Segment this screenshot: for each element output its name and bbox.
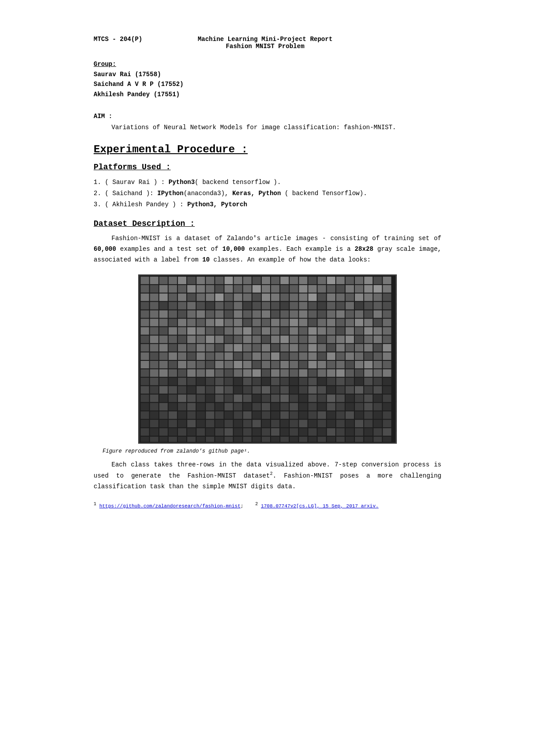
svg-rect-547 (383, 403, 391, 410)
svg-rect-436 (355, 369, 363, 376)
svg-rect-537 (290, 403, 298, 410)
svg-rect-354 (346, 344, 354, 351)
svg-rect-209 (252, 302, 261, 309)
svg-rect-472 (187, 386, 196, 393)
svg-rect-623 (336, 428, 345, 436)
svg-rect-461 (336, 377, 345, 385)
svg-rect-543 (346, 403, 354, 410)
svg-rect-514 (327, 394, 335, 402)
report-title: Machine Learning Mini-Project Report (142, 36, 388, 43)
svg-rect-551 (169, 411, 177, 419)
svg-rect-358 (383, 344, 391, 351)
svg-rect-316 (243, 335, 251, 343)
svg-rect-594 (317, 420, 326, 427)
svg-rect-622 (327, 428, 335, 436)
footnote-1-number: 1 (94, 502, 96, 507)
footnote-1-link[interactable]: https://github.com/zalandoresearch/fashi… (99, 503, 241, 509)
svg-rect-183 (262, 293, 270, 301)
svg-rect-576 (150, 420, 158, 427)
svg-rect-450 (234, 377, 242, 385)
svg-rect-339 (206, 344, 214, 351)
svg-rect-474 (206, 386, 214, 393)
svg-rect-192 (346, 293, 354, 301)
svg-rect-556 (215, 411, 224, 419)
svg-rect-320 (280, 335, 289, 343)
platform-1-bold: Python3 (169, 179, 195, 186)
svg-rect-419 (197, 369, 205, 376)
svg-rect-420 (206, 369, 214, 376)
svg-rect-627 (374, 428, 382, 436)
svg-rect-131 (280, 276, 289, 284)
svg-rect-253 (159, 319, 168, 326)
svg-rect-351 (317, 344, 326, 351)
svg-rect-286 (215, 327, 224, 335)
svg-rect-175 (187, 293, 196, 301)
svg-rect-435 (346, 369, 354, 376)
svg-rect-423 (234, 369, 242, 376)
svg-rect-348 (290, 344, 298, 351)
svg-rect-148 (187, 285, 196, 292)
svg-rect-222 (374, 302, 382, 309)
svg-rect-267 (290, 319, 298, 326)
svg-rect-493 (383, 386, 391, 393)
svg-rect-466 (383, 377, 391, 385)
svg-rect-612 (234, 428, 242, 436)
svg-rect-325 (327, 335, 335, 343)
svg-rect-530 (225, 403, 233, 410)
svg-rect-497 (169, 394, 177, 402)
svg-rect-553 (187, 411, 196, 419)
svg-rect-427 (271, 369, 280, 376)
svg-rect-444 (178, 377, 186, 385)
svg-rect-315 (234, 335, 242, 343)
svg-rect-285 (206, 327, 214, 335)
svg-rect-349 (299, 344, 308, 351)
svg-rect-499 (187, 394, 196, 402)
svg-rect-229 (187, 310, 196, 318)
svg-rect-442 (159, 377, 168, 385)
svg-rect-138 (346, 276, 354, 284)
svg-rect-501 (206, 394, 214, 402)
svg-rect-430 (299, 369, 308, 376)
svg-rect-601 (383, 420, 391, 427)
svg-rect-203 (197, 302, 205, 309)
svg-rect-279 (150, 327, 158, 335)
svg-rect-206 (225, 302, 233, 309)
svg-rect-303 (374, 327, 382, 335)
svg-rect-208 (243, 302, 251, 309)
svg-rect-541 (327, 403, 335, 410)
svg-rect-644 (280, 437, 289, 442)
svg-rect-220 (355, 302, 363, 309)
svg-rect-342 (234, 344, 242, 351)
svg-rect-602 (141, 428, 149, 436)
svg-rect-376 (299, 352, 308, 360)
svg-rect-532 (243, 403, 251, 410)
svg-rect-400 (271, 360, 280, 368)
svg-rect-230 (197, 310, 205, 318)
svg-rect-153 (234, 285, 242, 292)
footnote-2-link[interactable]: 1708.07747v2[cs.LG], 15 Sep, 2017 arxiv. (261, 503, 379, 509)
svg-rect-373 (271, 352, 280, 360)
svg-rect-603 (150, 428, 158, 436)
svg-rect-314 (225, 335, 233, 343)
svg-rect-619 (299, 428, 308, 436)
svg-rect-240 (290, 310, 298, 318)
svg-rect-171 (150, 293, 158, 301)
svg-rect-412 (383, 360, 391, 368)
footnote-2-number: 2 (255, 502, 258, 507)
svg-rect-144 (150, 285, 158, 292)
svg-rect-610 (215, 428, 224, 436)
svg-rect-300 (346, 327, 354, 335)
svg-rect-169 (383, 285, 391, 292)
svg-rect-511 (299, 394, 308, 402)
svg-rect-369 (234, 352, 242, 360)
svg-rect-278 (141, 327, 149, 335)
svg-rect-438 (374, 369, 382, 376)
svg-rect-563 (280, 411, 289, 419)
svg-rect-336 (178, 344, 186, 351)
platform-2-prefix: ( Saichand ): (105, 190, 157, 197)
svg-rect-432 (317, 369, 326, 376)
svg-rect-241 (299, 310, 308, 318)
svg-rect-227 (169, 310, 177, 318)
svg-rect-343 (243, 344, 251, 351)
svg-rect-415 (159, 369, 168, 376)
